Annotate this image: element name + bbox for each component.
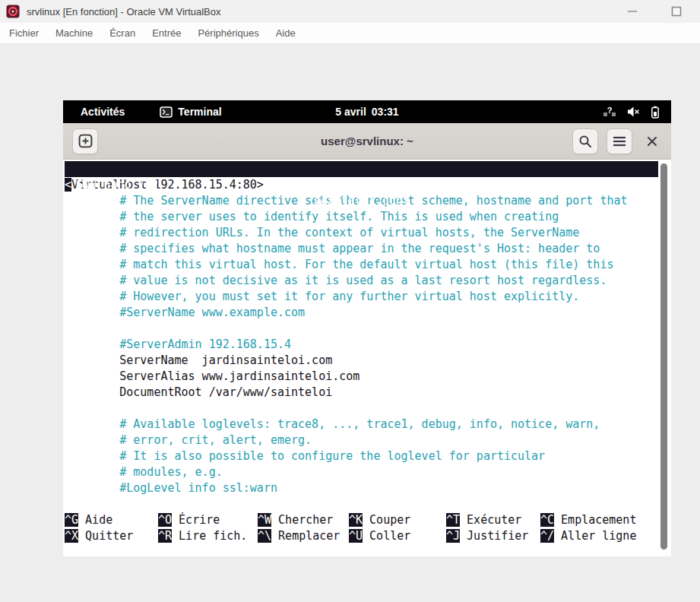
system-status-area[interactable]: ? [603, 106, 671, 119]
clock-time[interactable]: 03:31 [372, 106, 399, 118]
activities-button[interactable]: Activités [76, 104, 129, 119]
terminal-scrollbar[interactable] [660, 163, 667, 550]
editor-line: # However, you must set it for any furth… [65, 289, 671, 305]
virtualbox-logo-icon [6, 5, 20, 18]
nano-filename: sainteloi.conf [65, 193, 658, 209]
window-title: srvlinux [En fonction] - Oracle VM Virtu… [27, 6, 221, 17]
clock-menu: 5 avril03:31 [63, 106, 671, 118]
shortcut-key: ^X [65, 529, 78, 543]
shortcut-key: ^/ [540, 529, 554, 543]
nano-shortcut: ^T Exécuter [446, 512, 540, 528]
nano-shortcut: ^U Coller [349, 528, 446, 544]
shortcut-key: ^W [258, 513, 271, 527]
nano-shortcut: ^O Écrire [158, 512, 258, 528]
editor-line: ServerName jardinsainteloi.com [65, 353, 671, 369]
nano-shortcut: ^C Emplacement [540, 512, 671, 528]
shortcut-key: ^U [349, 529, 363, 543]
volume-muted-icon [626, 106, 640, 118]
shortcut-label: Aide [78, 513, 112, 527]
window-titlebar: srvlinux [En fonction] - Oracle VM Virtu… [0, 0, 700, 23]
maximize-button[interactable] [671, 6, 682, 17]
nano-shortcut: ^J Justifier [446, 528, 540, 544]
shortcut-key: ^K [349, 513, 363, 527]
svg-text:?: ? [607, 106, 613, 115]
shortcut-label: Chercher [271, 513, 333, 527]
shortcut-key: ^R [158, 529, 172, 543]
menu-fichier[interactable]: Fichier [6, 25, 42, 41]
shortcut-label: Remplacer [271, 529, 340, 543]
menu-aide[interactable]: Aide [273, 25, 299, 41]
shortcut-label: Lire fich. [172, 529, 247, 543]
close-window-button[interactable] [641, 128, 664, 154]
shortcut-key: ^J [446, 529, 460, 543]
editor-line: DocumentRoot /var/www/sainteloi [65, 385, 671, 401]
minimize-button[interactable] [627, 6, 638, 17]
terminal-content[interactable]: GNU nano 7.2 sainteloi.conf <VirtualHost… [63, 160, 671, 556]
shortcut-key: ^C [540, 513, 554, 527]
menu-peripheriques[interactable]: Périphériques [195, 25, 261, 41]
focused-app-label: Terminal [178, 106, 221, 118]
close-icon [647, 136, 657, 147]
shortcut-label: Aller ligne [554, 529, 636, 543]
nano-shortcut: ^G Aide [65, 512, 158, 528]
editor-line: # match this virtual host. For the defau… [65, 257, 671, 273]
shortcut-label: Écrire [172, 513, 220, 527]
nano-shortcut-bar: ^G Aide^O Écrire^W Chercher^K Couper^T E… [65, 512, 671, 544]
shortcut-label: Justifier [460, 529, 528, 543]
nano-shortcut: ^/ Aller ligne [540, 528, 671, 544]
editor-line: # value is not decisive as it is used as… [65, 273, 671, 289]
editor-line: # redirection URLs. In the context of vi… [65, 225, 671, 241]
editor-line: ServerAlias www.jardinsainteloi.com [65, 369, 671, 385]
editor-line: # the server uses to identify itself. Th… [65, 209, 671, 225]
terminal-icon [160, 106, 173, 118]
nano-shortcut: ^R Lire fich. [158, 528, 258, 544]
terminal-headerbar: user@srvlinux: ~ [63, 123, 671, 160]
shortcut-label: Couper [363, 513, 410, 527]
editor-line [65, 496, 671, 512]
editor-line: #LogLevel info ssl:warn [65, 480, 671, 496]
shortcut-key: ^T [446, 513, 460, 527]
battery-icon [650, 106, 660, 119]
vm-display[interactable]: Activités Terminal 5 avril03:31 ? [63, 100, 671, 556]
shortcut-label: Exécuter [460, 513, 521, 527]
shortcut-label: Emplacement [554, 513, 636, 527]
new-tab-button[interactable] [72, 128, 98, 154]
editor-line: # Available loglevels: trace8, ..., trac… [65, 417, 671, 432]
shortcut-label: Coller [363, 529, 410, 543]
nano-shortcut: ^\ Remplacer [258, 528, 349, 544]
nano-titlebar: GNU nano 7.2 sainteloi.conf [65, 161, 658, 177]
editor-line: # specifies what hostname must appear in… [65, 241, 671, 257]
editor-line: #ServerName www.example.com [65, 305, 671, 321]
search-icon [578, 135, 592, 148]
editor-line [65, 321, 671, 337]
hamburger-icon [613, 136, 626, 147]
menubar: FichierMachineÉcranEntréePériphériquesAi… [0, 23, 700, 44]
gnome-top-bar: Activités Terminal 5 avril03:31 ? [63, 100, 671, 123]
search-button[interactable] [572, 128, 598, 154]
focused-app-menu[interactable]: Terminal [160, 106, 221, 118]
editor-line: #ServerAdmin 192.168.15.4 [65, 337, 671, 353]
editor-line: # error, crit, alert, emerg. [65, 432, 671, 448]
virtualbox-window: srvlinux [En fonction] - Oracle VM Virtu… [0, 0, 700, 602]
clock-date[interactable]: 5 avril [335, 106, 366, 118]
shortcut-key: ^G [65, 513, 78, 527]
menu-entree[interactable]: Entrée [149, 25, 184, 41]
menu-machine[interactable]: Machine [52, 25, 96, 41]
shortcut-key: ^\ [258, 529, 271, 543]
editor-line [65, 401, 671, 417]
nano-shortcut: ^K Couper [349, 512, 446, 528]
nano-version: GNU nano 7.2 [76, 177, 158, 193]
menu-button[interactable] [607, 128, 632, 154]
editor-line: # modules, e.g. [65, 464, 671, 480]
shortcut-label: Quitter [78, 529, 133, 543]
menu-ecran[interactable]: Écran [106, 25, 138, 41]
network-unknown-icon: ? [603, 106, 616, 118]
editor-text: <VirtualHost 192.168.15.4:80> # The Serv… [65, 177, 671, 512]
nano-shortcut: ^W Chercher [258, 512, 349, 528]
new-tab-icon [78, 134, 93, 148]
editor-line: # It is also possible to configure the l… [65, 448, 671, 464]
nano-shortcut: ^X Quitter [65, 528, 158, 544]
shortcut-key: ^O [158, 513, 172, 527]
